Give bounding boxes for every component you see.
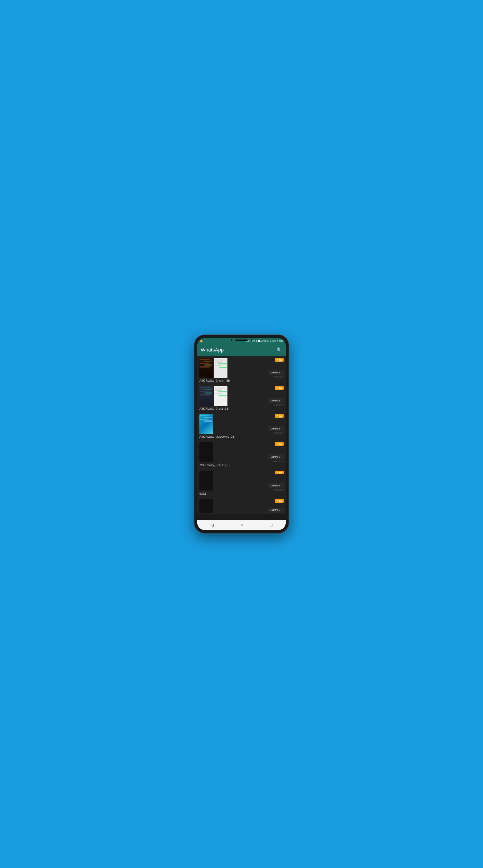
theme-name: dark1 (199, 492, 284, 495)
new-badge: New (275, 471, 284, 474)
back-button[interactable]: ◁ (206, 521, 218, 530)
new-badge: New (275, 386, 284, 390)
theme-thumb-light (214, 386, 227, 406)
theme-date: 05/05/2018 (274, 489, 284, 491)
new-badge: New (275, 358, 284, 362)
list-item: New APPLY 05/05/201 (197, 412, 286, 440)
apply-button[interactable]: APPLY (268, 370, 284, 375)
list-item: New (197, 356, 286, 384)
theme-thumb-dark (199, 386, 213, 406)
apply-button[interactable]: APPLY (268, 398, 284, 403)
list-item: New (197, 384, 286, 412)
theme-thumb-empty (199, 499, 213, 513)
apply-button[interactable]: APPLY (268, 483, 284, 488)
theme-thumb-dark (199, 358, 213, 378)
list-item: New APPLY 05/05/2018 dark1 (197, 468, 286, 497)
new-badge: New (275, 442, 284, 446)
status-bar: 🔔 4.81 K/s ⊚ ▐▐ VoLTE ⁴G ▲ 71% ◔ 5:18 (197, 338, 286, 344)
wifi-icon: ⊚ (253, 340, 255, 342)
list-item: New APPLY 05/05/2018 ASK-Reality_RedBlue… (197, 440, 286, 468)
toolbar: WhatsApp 🔍 (197, 344, 286, 356)
theme-thumb-empty (199, 442, 213, 462)
theme-name: ASK-Reality_Dragon_GB (199, 379, 284, 382)
apply-button[interactable]: APPLY (268, 508, 284, 513)
theme-date: 05/05/2018 (274, 432, 284, 434)
theme-date: 05/05/2018 (274, 404, 284, 406)
clock: 5:18 (279, 340, 283, 342)
theme-name: ASK-Reality_MultiColors_GB (199, 435, 284, 438)
theme-name: ASK-Reality_Grey2_GB (199, 407, 284, 410)
bottom-navigation: ◁ ○ □ (197, 520, 286, 530)
notification-icon: 🔔 (200, 340, 203, 342)
apply-button[interactable]: APPLY (268, 426, 284, 431)
list-item: New APPLY (197, 497, 286, 514)
theme-date: 05/05/2018 (274, 376, 284, 378)
theme-thumb-multi (199, 414, 213, 434)
signal-bars: ▲ (269, 340, 272, 342)
theme-thumb-empty (199, 471, 213, 491)
theme-thumb-light (214, 358, 227, 378)
home-button[interactable]: ○ (236, 521, 248, 529)
new-badge: New (275, 414, 284, 418)
theme-name: ASK-Reality_RedBlue_GB (199, 464, 284, 467)
search-icon[interactable]: 🔍 (277, 347, 282, 352)
volte-badge: VoLTE (259, 340, 265, 342)
phone-screen: 🔔 4.81 K/s ⊚ ▐▐ VoLTE ⁴G ▲ 71% ◔ 5:18 Wh… (197, 338, 286, 530)
data-icon: ⁴G (266, 340, 269, 342)
apply-button[interactable]: APPLY (268, 455, 284, 460)
theme-list[interactable]: New (197, 356, 286, 520)
app-title: WhatsApp (201, 347, 224, 353)
recents-button[interactable]: □ (265, 521, 277, 529)
signal-icon: ▐▐ (256, 340, 259, 342)
new-badge: New (275, 499, 284, 503)
phone-frame: 🔔 4.81 K/s ⊚ ▐▐ VoLTE ⁴G ▲ 71% ◔ 5:18 Wh… (194, 335, 289, 533)
battery-icon: ◔ (277, 340, 278, 342)
battery-percent: 71% (272, 340, 276, 342)
theme-date: 05/05/2018 (274, 460, 284, 463)
